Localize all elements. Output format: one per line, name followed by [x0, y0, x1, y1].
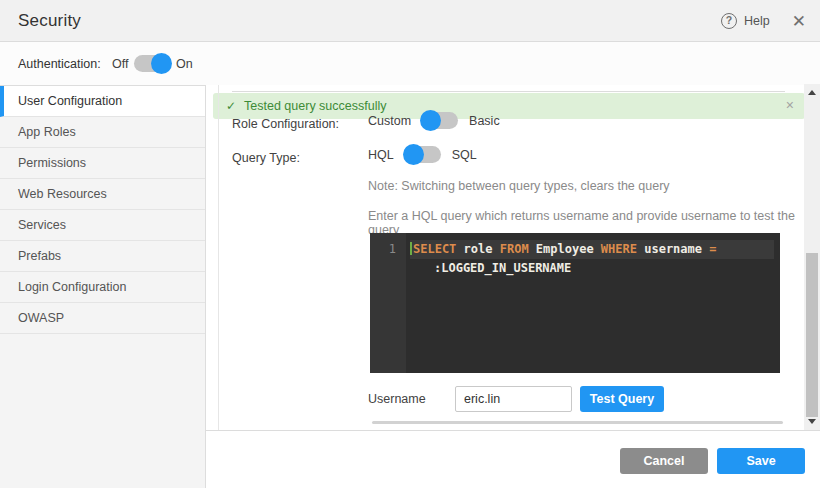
code-token-plain: role — [464, 242, 500, 256]
role-configuration-control: Custom Basic — [368, 112, 500, 129]
username-input[interactable] — [455, 386, 572, 412]
editor-caret — [410, 242, 412, 255]
role-option-basic: Basic — [469, 114, 500, 128]
code-token-plain: Employee — [536, 242, 601, 256]
sidebar-item-web-resources[interactable]: Web Resources — [0, 179, 205, 210]
query-option-hql: HQL — [368, 148, 394, 162]
vertical-scrollbar-thumb[interactable] — [806, 253, 818, 417]
success-banner: ✓ Tested query successfully × — [213, 93, 805, 119]
toggle-knob — [420, 110, 441, 131]
query-type-toggle[interactable] — [405, 146, 441, 163]
query-type-label: Query Type: — [232, 151, 300, 165]
close-icon[interactable]: ✕ — [792, 13, 806, 30]
code-area[interactable]: SELECT role FROM Employee WHERE username… — [406, 233, 780, 373]
sidebar-item-services[interactable]: Services — [0, 210, 205, 241]
sidebar-item-login-configuration[interactable]: Login Configuration — [0, 272, 205, 303]
success-banner-message: Tested query successfully — [244, 99, 386, 113]
sidebar-item-app-roles[interactable]: App Roles — [0, 117, 205, 148]
query-option-sql: SQL — [452, 148, 477, 162]
authentication-row: Authentication: Off On ✓ Tested query su… — [0, 42, 820, 85]
sidebar-item-owasp[interactable]: OWASP — [0, 303, 205, 334]
query-note-text: Note: Switching between query types, cle… — [368, 179, 670, 193]
section-divider-top — [232, 91, 785, 92]
sidebar-item-prefabs[interactable]: Prefabs — [0, 241, 205, 272]
code-token-keyword: = — [709, 242, 716, 256]
toggle-knob — [403, 144, 424, 165]
scroll-down-icon[interactable] — [808, 419, 816, 424]
role-configuration-toggle[interactable] — [422, 112, 458, 129]
panel-bottom-divider — [206, 430, 820, 431]
help-link[interactable]: Help — [744, 14, 770, 28]
save-button[interactable]: Save — [717, 448, 805, 474]
toggle-knob — [151, 53, 172, 74]
banner-dismiss-icon[interactable]: × — [786, 98, 794, 112]
authentication-toggle[interactable] — [134, 55, 170, 72]
sidebar-nav: User ConfigurationApp RolesPermissionsWe… — [0, 85, 206, 488]
scroll-up-icon[interactable] — [808, 90, 816, 95]
panel-left-border — [218, 85, 219, 431]
authentication-off-label: Off — [112, 57, 128, 71]
code-line: SELECT role FROM Employee WHERE username… — [410, 240, 774, 259]
editor-line-number: 1 — [370, 233, 406, 373]
sidebar-item-user-configuration[interactable]: User Configuration — [0, 86, 205, 117]
role-option-custom: Custom — [368, 114, 411, 128]
query-code-editor[interactable]: 1 SELECT role FROM Employee WHERE userna… — [370, 233, 780, 373]
title-bar-actions: ? Help ✕ — [721, 0, 806, 42]
code-line: :LOGGED_IN_USERNAME — [410, 259, 774, 278]
test-query-button[interactable]: Test Query — [580, 386, 664, 412]
help-icon[interactable]: ? — [721, 13, 737, 29]
title-bar: Security ? Help ✕ — [0, 0, 820, 42]
code-token-plain: :LOGGED_IN_USERNAME — [434, 261, 571, 275]
code-token-keyword: SELECT — [413, 242, 464, 256]
code-token-keyword: WHERE — [601, 242, 644, 256]
vertical-scrollbar[interactable] — [804, 84, 820, 430]
username-label: Username — [368, 392, 426, 406]
authentication-on-label: On — [176, 57, 193, 71]
query-type-control: HQL SQL — [368, 146, 477, 163]
role-configuration-label: Role Configuration: — [232, 117, 339, 131]
horizontal-scrollbar-thumb[interactable] — [372, 421, 783, 424]
code-token-keyword: FROM — [500, 242, 536, 256]
code-token-plain: username — [644, 242, 709, 256]
sidebar-item-permissions[interactable]: Permissions — [0, 148, 205, 179]
cancel-button[interactable]: Cancel — [620, 448, 708, 474]
page-title: Security — [18, 11, 81, 31]
authentication-label: Authentication: — [18, 57, 101, 71]
check-icon: ✓ — [226, 99, 236, 113]
security-dialog: Security ? Help ✕ Authentication: Off On… — [0, 0, 820, 488]
